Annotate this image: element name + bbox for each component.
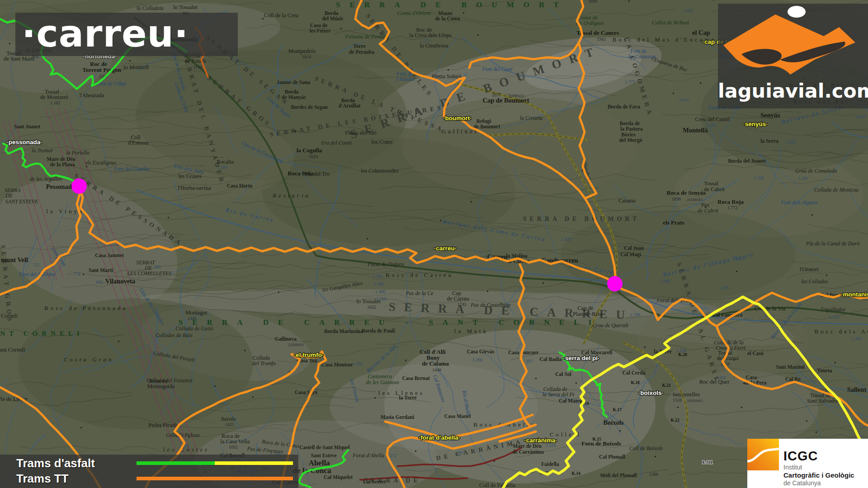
icgc-attribution: ICGC Institut Cartogràfic i Geològic de … — [747, 439, 868, 488]
icgc-line-cartografic: Cartogràfic i Geològic — [783, 471, 854, 479]
route-label: ·boumort· — [443, 115, 472, 122]
route-label: ·serra del pi· — [563, 355, 599, 361]
route-label: ·pessonada· — [6, 139, 42, 145]
route-label: ·forat d'abella· — [419, 434, 460, 441]
icgc-line-institut: Institut — [783, 464, 854, 471]
legend-line-asphalt — [137, 461, 293, 465]
legend-row-tt: Trams TT — [0, 472, 298, 485]
icgc-logo-icon — [747, 439, 779, 470]
title-overlay: ·carreu· — [15, 13, 238, 56]
legend-row-asphalt: Trams d'asfalt — [0, 456, 298, 470]
map-legend: Trams d'asfalt Trams TT — [0, 455, 298, 488]
route-label: ·senyús· — [743, 121, 768, 127]
icgc-acronym: ICGC — [783, 449, 854, 464]
laguiavial-site-text: laguiavial.com — [718, 80, 868, 102]
legend-label-tt: Trams TT — [0, 472, 129, 486]
route-label: ·montanisell· — [841, 291, 868, 298]
route-label: ·boíxols· — [638, 389, 664, 396]
laguiavial-watermark: laguiavial.com — [718, 4, 868, 108]
waypoint-marker — [607, 276, 623, 291]
route-label: ·el trumfo· — [294, 352, 324, 358]
map-poster: SERRA DE BOUMORTla Colladetalo Tossalet9… — [0, 0, 868, 488]
waypoint-marker — [71, 178, 87, 194]
icgc-line-catalunya: de Catalunya — [783, 479, 854, 487]
route-label: ·carreu· — [434, 245, 457, 252]
legend-label-asphalt: Trams d'asfalt — [0, 456, 129, 470]
legend-line-tt — [137, 477, 293, 480]
route-label: ·carrànima· — [524, 437, 557, 444]
page-title: ·carreu· — [15, 13, 238, 55]
icgc-text: ICGC Institut Cartogràfic i Geològic de … — [783, 449, 854, 487]
